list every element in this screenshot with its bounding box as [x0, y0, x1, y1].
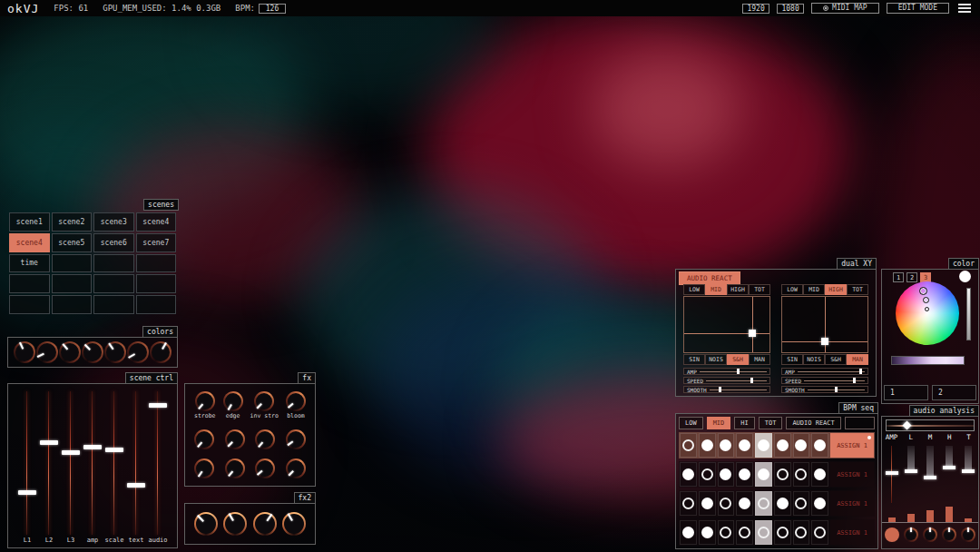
assign-button[interactable]: ASSIGN 1: [830, 462, 874, 487]
seq-step[interactable]: [811, 433, 828, 458]
pad-slider-handle[interactable]: [737, 369, 740, 374]
seq-step[interactable]: [755, 491, 772, 516]
audio-meter-amp[interactable]: [882, 446, 901, 503]
seq-step[interactable]: [680, 520, 697, 545]
audio-meter-t[interactable]: [959, 446, 978, 503]
bpm-band-tab-mid[interactable]: MID: [707, 417, 731, 429]
knob[interactable]: [255, 458, 275, 478]
midi-map-button[interactable]: MIDI MAP: [811, 3, 879, 14]
seq-step[interactable]: [718, 462, 735, 487]
assign-button[interactable]: ASSIGN 1: [830, 433, 874, 458]
midi-map-checkbox[interactable]: [823, 5, 828, 11]
seq-step[interactable]: [736, 520, 753, 545]
bpm-band-tab-low[interactable]: LOW: [679, 417, 703, 429]
bpm-band-tab-tot[interactable]: TOT: [759, 417, 783, 429]
meter-handle[interactable]: [943, 466, 956, 469]
band-tab-tot[interactable]: TOT: [749, 284, 770, 295]
knob[interactable]: [150, 341, 172, 363]
seq-step[interactable]: [774, 433, 791, 458]
scene-cell-empty[interactable]: [93, 254, 134, 273]
seq-step[interactable]: [718, 491, 735, 516]
audio-meter-m[interactable]: [920, 446, 939, 503]
seq-step[interactable]: [793, 520, 810, 545]
pad-slider-track[interactable]: [798, 369, 865, 374]
pad-slider-track[interactable]: [710, 387, 767, 392]
scene-cell-scene5[interactable]: scene5: [52, 233, 93, 252]
seq-step[interactable]: [755, 520, 772, 545]
scene-cell-empty[interactable]: [9, 274, 50, 293]
seq-step[interactable]: [811, 491, 828, 516]
seq-step[interactable]: [718, 433, 735, 458]
band-tab-tot[interactable]: TOT: [847, 284, 868, 295]
scene-cell-scene3[interactable]: scene3: [93, 212, 134, 232]
knob[interactable]: [223, 512, 247, 536]
scene-cell-scene4[interactable]: scene4: [9, 233, 50, 252]
color-marker-3[interactable]: [925, 307, 929, 311]
seq-step[interactable]: [755, 433, 772, 458]
knob[interactable]: [194, 458, 214, 478]
slider-track[interactable]: [104, 391, 124, 535]
mode-tab-nois[interactable]: NOIS: [803, 354, 825, 365]
band-tab-low[interactable]: LOW: [781, 284, 803, 295]
seq-step[interactable]: [718, 520, 735, 545]
knob[interactable]: [255, 429, 275, 449]
scene-cell-empty[interactable]: [136, 295, 177, 314]
value-slider[interactable]: [966, 288, 971, 340]
seq-step[interactable]: [736, 462, 753, 487]
mode-tab-sin[interactable]: SIN: [683, 354, 705, 365]
scene-cell-empty[interactable]: [136, 254, 177, 273]
band-tab-mid[interactable]: MID: [803, 284, 825, 295]
resolution-width-input[interactable]: 1920: [742, 4, 769, 14]
scene-cell-empty[interactable]: [93, 295, 134, 314]
slider-handle[interactable]: [83, 445, 102, 449]
pad-slider-amp[interactable]: AMP: [683, 368, 770, 375]
knob[interactable]: [104, 341, 126, 363]
audio-react-button[interactable]: AUDIO REACT: [679, 271, 740, 285]
scene-cell-scene7[interactable]: scene7: [136, 233, 177, 252]
color-wheel[interactable]: [896, 281, 959, 345]
knob[interactable]: [286, 458, 306, 478]
scene-cell-empty[interactable]: [9, 295, 50, 314]
knob[interactable]: [942, 527, 956, 542]
band-tab-high[interactable]: HIGH: [825, 284, 847, 295]
mode-tab-snh[interactable]: S&H: [825, 354, 847, 365]
seq-step[interactable]: [699, 433, 716, 458]
scene-cell-empty[interactable]: [52, 254, 93, 273]
seq-step[interactable]: [736, 491, 753, 516]
band-tab-high[interactable]: HIGH: [727, 284, 749, 295]
scene-cell-scene6[interactable]: scene6: [93, 233, 134, 252]
pad-slider-handle[interactable]: [835, 387, 838, 392]
meter-handle[interactable]: [924, 476, 936, 479]
seq-step[interactable]: [793, 433, 810, 458]
knob[interactable]: [282, 512, 306, 536]
seq-step[interactable]: [680, 462, 697, 487]
seq-step[interactable]: [793, 462, 810, 487]
seq-step[interactable]: [774, 520, 791, 545]
color-preview-swatch[interactable]: [959, 271, 971, 282]
pad-slider-smooth[interactable]: SMOOTH: [781, 386, 868, 393]
color-slot-1[interactable]: 1: [884, 385, 928, 400]
mode-tab-man[interactable]: MAN: [749, 354, 770, 365]
mode-tab-nois[interactable]: NOIS: [705, 354, 727, 365]
knob[interactable]: [223, 391, 243, 411]
slider-handle[interactable]: [105, 448, 123, 452]
pad-slider-track[interactable]: [808, 387, 865, 392]
assign-button[interactable]: ASSIGN 1: [830, 491, 874, 516]
knob[interactable]: [286, 391, 306, 411]
seq-step[interactable]: [680, 491, 697, 516]
knob[interactable]: [194, 429, 214, 449]
scene-cell-empty[interactable]: [93, 274, 134, 293]
pad-slider-handle[interactable]: [750, 378, 753, 383]
knob[interactable]: [14, 341, 35, 363]
pad-slider-track[interactable]: [804, 378, 865, 383]
color-slot-2[interactable]: 2: [932, 385, 976, 400]
audio-meter-h[interactable]: [940, 446, 959, 503]
color-marker-1[interactable]: [919, 287, 927, 295]
menu-icon[interactable]: [956, 2, 973, 15]
bpm-input[interactable]: 126: [259, 4, 286, 14]
slider-track[interactable]: [126, 391, 146, 535]
mode-tab-sin[interactable]: SIN: [781, 354, 803, 365]
assign-button[interactable]: ASSIGN 1: [830, 520, 874, 545]
knob[interactable]: [286, 429, 306, 449]
knob[interactable]: [127, 341, 149, 363]
